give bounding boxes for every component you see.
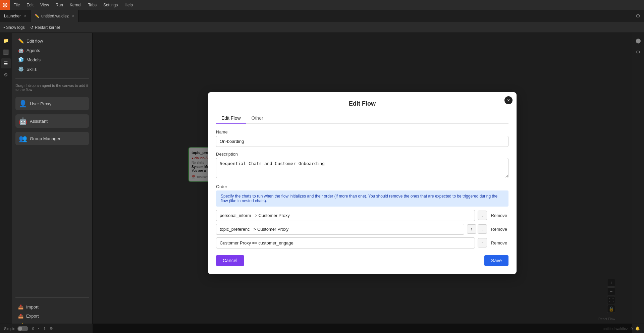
bottom-divider [15, 297, 89, 298]
tab-launcher[interactable]: Launcher × [0, 10, 31, 22]
sidebar-gear-icon[interactable]: ⚙ [1, 70, 11, 80]
export-label: Export [26, 314, 39, 319]
tab-launcher-close[interactable]: × [24, 14, 26, 18]
agent-group-manager[interactable]: 👥 Group Manager [15, 132, 89, 145]
export-icon: 📤 [18, 314, 23, 319]
export-btn[interactable]: 📤 Export [15, 312, 89, 321]
show-logs-label: Show logs [6, 25, 24, 30]
assistant-label: Assistant [30, 119, 48, 124]
order-row-0-remove[interactable]: Remove [490, 213, 508, 218]
name-input[interactable] [216, 136, 508, 147]
menu-edit[interactable]: Edit [23, 0, 37, 10]
main-layout: 📁 ⬛ ☰ ⚙ ✏️ Edit flow 🤖 Agents 🧊 Models ⚙… [0, 33, 644, 333]
notification-icon[interactable]: 🔔 [635, 326, 640, 331]
order-row-1-controls: ↑ ↓ [467, 224, 487, 234]
tab-untitled-close[interactable]: × [72, 14, 74, 18]
menu-file[interactable]: File [10, 0, 23, 10]
edit-flow-modal: Edit Flow × Edit Flow Other Name Descrip… [208, 92, 517, 274]
toggle-thumb [18, 327, 22, 331]
edit-flow-label: Edit flow [26, 39, 43, 44]
description-group: Description [216, 152, 508, 179]
tab-launcher-label: Launcher [4, 14, 21, 18]
group-manager-label: Group Manager [30, 136, 60, 141]
order-row-1-down[interactable]: ↓ [478, 224, 487, 234]
menu-run[interactable]: Run [52, 0, 66, 10]
description-input[interactable] [216, 158, 508, 178]
nav-skills[interactable]: ⚙️ Skills [15, 64, 89, 74]
settings-count-icon: ⚙ [50, 326, 53, 331]
skills-icon: ⚙️ [18, 66, 24, 72]
restart-kernel-btn[interactable]: ↺ Restart kernel [30, 25, 60, 30]
node-count-icon: ▪ [38, 327, 40, 331]
menu-view[interactable]: View [37, 0, 52, 10]
menu-settings[interactable]: Settings [100, 0, 121, 10]
nav-models[interactable]: 🧊 Models [15, 55, 89, 64]
edit-flow-icon: ✏️ [18, 38, 24, 44]
secondary-toolbar: ▪ Show logs ↺ Restart kernel [0, 22, 644, 33]
right-circle-icon[interactable]: ⬤ [633, 36, 643, 46]
right-gear-icon[interactable]: ⚙ [633, 47, 643, 57]
skills-label: Skills [26, 67, 37, 72]
nav-agents[interactable]: 🤖 Agents [15, 46, 89, 55]
modal-tabs: Edit Flow Other [216, 113, 508, 124]
agents-label: Agents [26, 48, 40, 53]
import-btn[interactable]: 📥 Import [15, 302, 89, 312]
sidebar-layers-icon[interactable]: ⬛ [1, 47, 11, 57]
user-proxy-label: User Proxy [30, 101, 51, 106]
modal-overlay: Edit Flow × Edit Flow Other Name Descrip… [93, 33, 632, 333]
agent-user-proxy[interactable]: 👤 User Proxy [15, 97, 89, 110]
models-icon: 🧊 [18, 57, 24, 62]
tab-other[interactable]: Other [246, 113, 269, 124]
order-row-2-up[interactable]: ↑ [478, 238, 487, 247]
tab-untitled-label: untitled.waldiez [41, 14, 69, 18]
order-info: Specify the chats to run when the flow i… [216, 190, 508, 207]
show-logs-btn[interactable]: ▪ Show logs [3, 25, 25, 30]
nav-edit-flow[interactable]: ✏️ Edit flow [15, 36, 89, 46]
group-manager-icon: 👥 [19, 134, 27, 143]
menu-kernel[interactable]: Kernel [66, 0, 85, 10]
simple-toggle[interactable] [17, 326, 28, 331]
sidebar-folder-icon[interactable]: 📁 [1, 36, 11, 46]
sidebar-list-icon[interactable]: ☰ [1, 58, 11, 68]
left-panel: ✏️ Edit flow 🤖 Agents 🧊 Models ⚙️ Skills… [12, 33, 93, 333]
order-row-0-down[interactable]: ↓ [478, 211, 487, 220]
order-row-1-remove[interactable]: Remove [490, 227, 508, 232]
save-button[interactable]: Save [484, 255, 508, 266]
order-row-2-remove[interactable]: Remove [490, 240, 508, 245]
import-icon: 📥 [18, 304, 23, 310]
tab-edit-flow[interactable]: Edit Flow [216, 113, 246, 124]
count1: 0 [32, 327, 34, 331]
cancel-button[interactable]: Cancel [216, 255, 244, 266]
tab-icon: ✏️ [35, 14, 39, 18]
top-menu-bar: File Edit View Run Kernel Tabs Settings … [0, 0, 644, 10]
modal-close-btn[interactable]: × [504, 96, 513, 104]
agent-assistant[interactable]: 🤖 Assistant [15, 114, 89, 128]
tab-settings-icon[interactable]: ⚙ [632, 10, 644, 22]
order-row-1-text: topic_preferenc => Customer Proxy [216, 224, 464, 235]
divider [15, 78, 89, 79]
left-panel-nav: ✏️ Edit flow 🤖 Agents 🧊 Models ⚙️ Skills [12, 33, 92, 77]
order-row-2-controls: ↑ [478, 238, 487, 247]
order-row-0: personal_inform => Customer Proxy ↓ Remo… [216, 210, 508, 221]
menu-tabs[interactable]: Tabs [85, 0, 100, 10]
order-group: Order Specify the chats to run when the … [216, 184, 508, 248]
order-row-0-controls: ↓ [478, 211, 487, 220]
restart-kernel-icon: ↺ [30, 25, 34, 30]
restart-kernel-label: Restart kernel [35, 25, 60, 30]
order-row-1: topic_preferenc => Customer Proxy ↑ ↓ Re… [216, 224, 508, 235]
user-proxy-icon: 👤 [19, 100, 27, 108]
menu-help[interactable]: Help [121, 0, 136, 10]
name-group: Name [216, 129, 508, 147]
tab-untitled[interactable]: ✏️ untitled.waldiez × [31, 10, 78, 22]
modal-footer: Cancel Save [216, 255, 508, 266]
order-label: Order [216, 184, 508, 189]
description-label: Description [216, 152, 508, 157]
count2: 1 [44, 327, 46, 331]
mode-toggle-wrap: Simple [4, 326, 28, 331]
show-logs-icon: ▪ [3, 25, 5, 30]
order-row-1-up[interactable]: ↑ [467, 224, 476, 234]
assistant-icon: 🤖 [19, 117, 27, 125]
order-row-2: Customer Proxy => customer_engage ↑ Remo… [216, 237, 508, 248]
agents-icon: 🤖 [18, 48, 24, 53]
mode-label: Simple [4, 327, 15, 331]
